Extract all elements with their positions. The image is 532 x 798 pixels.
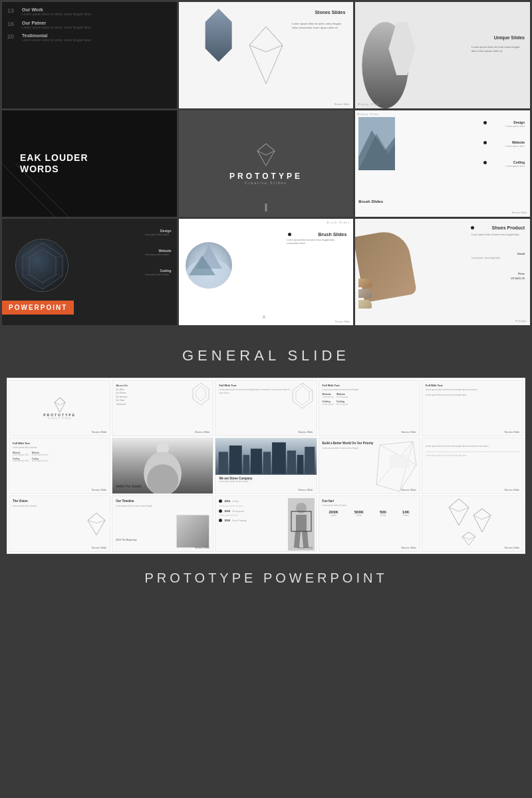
svg-rect-42: [297, 455, 303, 473]
powerpoint-badge: POWERPOINT: [2, 301, 74, 315]
slide-thumb-brush-mid[interactable]: Brush Slides Brush Slides Lorem ipsum do…: [179, 219, 354, 325]
mini-slide-full-text-2[interactable]: Full With Text Lorem ipsum dolor sit ame…: [319, 380, 420, 436]
stat-500: 500 Lorem: [380, 510, 386, 517]
slide-thumb-stones[interactable]: Stones Slides Lorem ipsum dolor sit amet…: [179, 2, 354, 108]
svg-rect-38: [251, 449, 262, 474]
mini-slide-timeline[interactable]: Our Timeline Lorem ipsum dolor sit amet …: [112, 495, 213, 552]
prototype-title: PROTOTYPE: [229, 172, 303, 181]
mini-slide-full-text-1[interactable]: Full With Text Lorem ipsum dolor sit ame…: [215, 380, 317, 436]
svg-rect-52: [390, 455, 410, 468]
mini-text-title-2: Full With Text: [323, 384, 416, 387]
mini-slide-about[interactable]: About Us Our Work Our Partner Our Servic…: [112, 380, 213, 436]
svg-marker-0: [249, 27, 283, 84]
svg-line-19: [23, 275, 29, 276]
svg-rect-35: [219, 452, 228, 473]
gem-icon: [246, 25, 286, 85]
svg-marker-7: [257, 144, 275, 155]
mini-slide-proto-logo[interactable]: PROTOTYPE Creative Slides Stones Slide: [9, 380, 110, 436]
list-item: 13 Our Work Lorem ipsum dolor sit amet, …: [7, 7, 172, 17]
slide-thumb-powerpoint[interactable]: Design Lorem ipsum dolor sit amet Websit…: [2, 219, 177, 325]
svg-line-31: [309, 390, 313, 392]
svg-line-48: [376, 445, 380, 485]
brush-slides-label: Brush Slides: [358, 200, 383, 203]
svg-line-20: [23, 256, 29, 257]
section-label-general: GENERAL SLIDE: [0, 327, 532, 378]
svg-marker-1: [249, 27, 283, 52]
mini-text-4-title: Full With Text: [13, 442, 106, 445]
mini-proto-sub: Creative Slides: [43, 417, 76, 420]
svg-rect-57: [296, 515, 307, 531]
vision-gem-icon: [86, 512, 106, 535]
mini-slide-funfact[interactable]: Fun fact Lorem ipsum dolor sit amet 200K…: [319, 495, 420, 552]
svg-line-47: [376, 485, 400, 491]
svg-marker-28: [293, 383, 313, 408]
svg-point-56: [296, 503, 307, 513]
mini-slide-full-text-4[interactable]: Full With Text Lorem ipsum dolor sit ame…: [9, 438, 110, 494]
svg-line-45: [413, 442, 416, 465]
slide-watermark-2: Stones Slide: [195, 430, 209, 434]
svg-rect-39: [263, 452, 271, 473]
slide-thumb-speak[interactable]: EAK LOUDER WORDS: [2, 110, 177, 217]
general-slide-title: GENERAL SLIDE: [7, 347, 525, 364]
mini-slide-geo-shapes[interactable]: Stones Slide: [422, 495, 523, 552]
hello-jonah-text: Hello! I'm Jonah: [116, 484, 141, 488]
list-item: 16 Our Patner Lorem ipsum dolor sit amet…: [7, 21, 172, 30]
stat-200k: 200K Lorem: [329, 510, 338, 517]
svg-marker-6: [257, 144, 275, 166]
svg-marker-29: [296, 386, 309, 405]
shoes-price: US $455.00: [511, 277, 525, 280]
unique-desc: Lorem ipsum dolor sit amet netus feugiat…: [471, 45, 525, 53]
svg-line-5: [15, 164, 68, 217]
slide-thumb-brush-top[interactable]: Mudzy Slide Design Lorem ipsum dolor Web…: [355, 110, 530, 217]
brush-slides-mid-title: Brush Slides: [319, 232, 347, 237]
svg-rect-37: [243, 455, 249, 473]
mini-slide-person[interactable]: Hello! I'm Jonah Stones Slide: [112, 438, 213, 494]
slide-thumb-prototype[interactable]: PROTOTYPE Creative Slides: [179, 110, 354, 217]
mini-slide-vision[interactable]: The Vision Lorem ipsum dolor sit amet St…: [9, 495, 110, 552]
shoes-price-label: Price: [518, 272, 525, 275]
svg-line-44: [380, 442, 413, 445]
shoes-product-title: Shoes Product: [492, 225, 525, 230]
stat-500k: 500K Lorem: [354, 510, 364, 517]
svg-marker-63: [473, 509, 491, 532]
mini-slide-text-lines[interactable]: Lorem ipsum dolor sit amet netus feugiat…: [422, 438, 523, 494]
brush-slides-mid-desc: Lorem ipsum dolor sit amet netus feugiat…: [287, 239, 346, 246]
prototype-powerpoint-title: PROTOTYPE POWERPOINT: [7, 571, 525, 586]
mini-slide-city[interactable]: We are Stone Company Lorem ipsum dolor s…: [215, 438, 317, 494]
prototype-gem-icon: [256, 143, 276, 166]
geo-abstract-icon: [373, 438, 420, 494]
svg-marker-13: [23, 243, 63, 289]
svg-marker-61: [449, 499, 469, 525]
timeline-photo-icon: [288, 498, 315, 551]
timeline-title: Our Timeline: [116, 499, 209, 503]
stones-title: Stones Slides: [315, 10, 345, 15]
shoes-detail-label: Detail: [517, 252, 525, 255]
mini-gem-icon: [53, 397, 66, 413]
slide-thumb-shoes[interactable]: Shoes Product Lorem ipsum dolor sit amet…: [355, 219, 530, 325]
slide-thumb-unique[interactable]: Unique Slides Lorem ipsum dolor sit amet…: [355, 2, 530, 108]
svg-marker-64: [473, 509, 491, 519]
mini-slide-full-text-3[interactable]: Full With Text Lorem ipsum dolor sit ame…: [422, 380, 523, 436]
mini-slide-timeline2[interactable]: 2015 Coding Lorem ipsum dolor sit amet 2…: [215, 495, 317, 552]
svg-marker-25: [55, 398, 65, 405]
svg-line-17: [56, 275, 63, 276]
preview-grid: 13 Our Work Lorem ipsum dolor sit amet, …: [0, 0, 532, 327]
svg-rect-40: [272, 442, 286, 473]
mini-geo-icon: [191, 382, 211, 406]
svg-rect-43: [305, 447, 315, 474]
vision-title: The Vision: [13, 499, 106, 503]
mini-text-title-3: Full With Text: [426, 384, 519, 387]
city-skyline-icon: [215, 438, 316, 475]
stat-10k: 10K Lorem: [402, 510, 410, 517]
bottom-slide-grid: PROTOTYPE Creative Slides Stones Slide A…: [7, 378, 525, 554]
svg-rect-36: [229, 446, 242, 474]
stones-desc: Lorem ipsum dolor sit amet, netus feugia…: [292, 22, 345, 29]
svg-marker-14: [29, 249, 56, 283]
unique-title: Unique Slides: [494, 35, 525, 40]
mini-slide-geo[interactable]: Build a Better World On Our Priority Lor…: [319, 438, 420, 494]
mini-geo-2-icon: [291, 382, 315, 409]
diagonal-lines: [2, 110, 177, 217]
slide-watermark: Stones Slide: [92, 430, 106, 434]
year-2016b: 2016: [224, 519, 230, 522]
slide-thumb-list[interactable]: 13 Our Work Lorem ipsum dolor sit amet, …: [2, 2, 177, 108]
